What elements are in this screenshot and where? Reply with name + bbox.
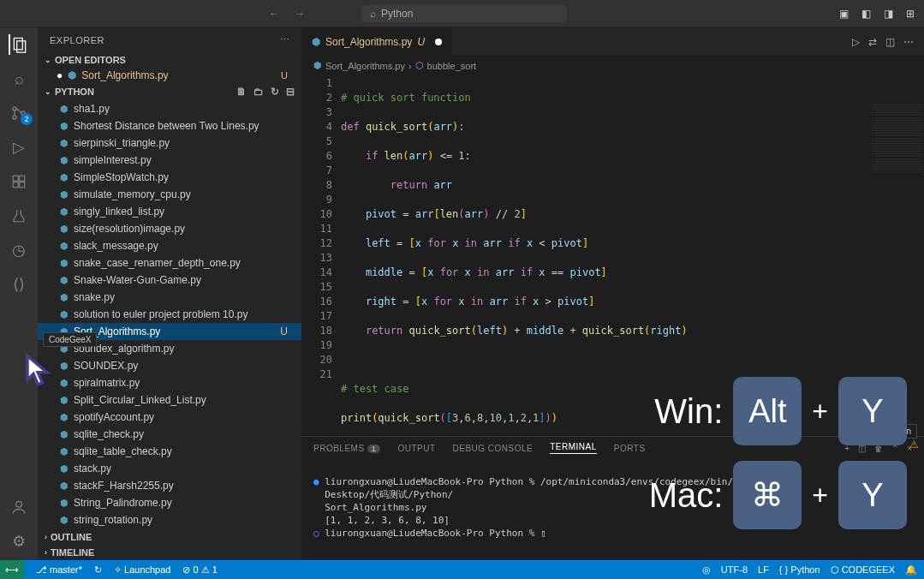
- layout-customize-icon[interactable]: ⊞: [903, 7, 917, 21]
- status-branch[interactable]: ⎇ master*: [36, 564, 82, 576]
- tab-debug-console[interactable]: DEBUG CONSOLE: [452, 444, 533, 453]
- remote-icon[interactable]: ◷: [9, 240, 29, 260]
- python-file-icon: ⬢: [60, 375, 69, 391]
- status-language[interactable]: { } Python: [779, 564, 820, 575]
- explorer-icon[interactable]: [9, 34, 29, 55]
- file-icon: ⬢: [313, 60, 322, 71]
- layout-panel-icon[interactable]: ▣: [837, 7, 850, 21]
- file-item[interactable]: ⬢sqlite_check.py: [38, 426, 301, 443]
- codegeex-icon[interactable]: ⟨⟩: [9, 274, 29, 295]
- refresh-icon[interactable]: ↻: [271, 86, 279, 98]
- breadcrumb[interactable]: ⬢ Sort_Algorithms.py › ⬡ bubble_sort: [301, 57, 924, 75]
- file-item[interactable]: ⬢solution to euler project problem 10.py: [38, 306, 301, 323]
- tab-bar: ⬢ Sort_Algorithms.py U ▷ ⇄ ◫ ⋯: [301, 27, 924, 57]
- debug-icon[interactable]: ▷: [9, 137, 29, 158]
- status-launchpad[interactable]: ✧ Launchpad: [114, 564, 171, 576]
- compare-icon[interactable]: ⇄: [868, 36, 877, 48]
- account-icon[interactable]: [9, 497, 29, 517]
- python-folder-header[interactable]: ⌄ PYTHON 🗎 🗀 ↻ ⊟: [38, 83, 301, 100]
- file-item[interactable]: ⬢simpleInterest.py: [38, 152, 301, 169]
- tab-output[interactable]: OUTPUT: [397, 444, 435, 453]
- more-icon[interactable]: ⋯: [903, 36, 914, 48]
- new-file-icon[interactable]: 🗎: [236, 86, 247, 98]
- outline-header[interactable]: › OUTLINE: [38, 529, 301, 545]
- file-item[interactable]: ⬢SOUNDEX.py: [38, 357, 301, 374]
- file-item[interactable]: ⬢Split_Circular_Linked_List.py: [38, 391, 301, 409]
- file-list[interactable]: ⬢sha1.py⬢Shortest Distance between Two L…: [38, 100, 301, 529]
- layout-secondary-icon[interactable]: ◨: [881, 7, 895, 21]
- file-item[interactable]: ⬢Snake-Water-Gun-Game.py: [38, 272, 301, 289]
- settings-icon[interactable]: ⚙: [9, 531, 29, 552]
- status-encoding[interactable]: UTF-8: [721, 564, 748, 575]
- svg-rect-5: [13, 176, 18, 181]
- file-item[interactable]: ⬢string_rotation.py: [38, 511, 301, 528]
- open-editors-header[interactable]: ⌄ OPEN EDITORS: [38, 52, 301, 68]
- chevron-down-icon: ⌄: [45, 56, 51, 64]
- file-item[interactable]: ⬢SimpleStopWatch.py: [38, 169, 301, 186]
- file-name: snake_case_renamer_depth_one.py: [74, 255, 241, 271]
- collapse-icon[interactable]: ⊟: [286, 86, 295, 98]
- status-notify-icon[interactable]: 🔔: [905, 564, 917, 576]
- file-name: Shortest Distance between Two Lines.py: [74, 118, 259, 134]
- chevron-down-icon: ⌄: [45, 87, 51, 96]
- timeline-header[interactable]: › TIMELINE: [38, 545, 301, 560]
- file-item[interactable]: ⬢stackF_Harsh2255.py: [38, 477, 301, 494]
- symbol-icon: ⬡: [415, 60, 424, 71]
- status-sync-icon[interactable]: ↻: [94, 564, 102, 576]
- overlay-mac-label: Mac:: [633, 476, 723, 515]
- open-editor-item[interactable]: ● ⬢ Sort_Algorithms.py U: [38, 68, 301, 83]
- minimap[interactable]: [871, 104, 922, 172]
- tab-filename: Sort_Algorithms.py: [325, 36, 412, 48]
- status-problems[interactable]: ⊘ 0 ⚠ 1: [182, 564, 217, 576]
- file-item[interactable]: ⬢snake.py: [38, 289, 301, 306]
- nav-forward-icon[interactable]: →: [289, 6, 310, 21]
- run-icon[interactable]: ▷: [852, 36, 860, 48]
- file-item[interactable]: ⬢Shortest Distance between Two Lines.py: [38, 117, 301, 134]
- remote-status-icon[interactable]: ⟷: [0, 560, 24, 579]
- sidebar-more-icon[interactable]: ⋯: [280, 34, 290, 45]
- file-item[interactable]: ⬢spotifyAccount.py: [38, 409, 301, 426]
- file-item[interactable]: ⬢slack_message.py: [38, 237, 301, 254]
- file-item[interactable]: ⬢sha1.py: [38, 100, 301, 117]
- tab-terminal[interactable]: TERMINAL: [550, 442, 597, 454]
- split-editor-icon[interactable]: ◫: [885, 36, 895, 48]
- file-item[interactable]: ⬢String_Palindrome.py: [38, 494, 301, 511]
- status-live-icon[interactable]: ◎: [702, 564, 711, 576]
- file-name: String_Palindrome.py: [74, 495, 172, 510]
- test-icon[interactable]: [9, 206, 29, 226]
- python-file-icon: ⬢: [60, 495, 69, 510]
- extensions-icon[interactable]: [9, 171, 29, 192]
- nav-back-icon[interactable]: ←: [264, 6, 284, 21]
- status-eol[interactable]: LF: [758, 564, 769, 575]
- file-item[interactable]: ⬢simulate_memory_cpu.py: [38, 186, 301, 203]
- python-file-icon: ⬢: [60, 187, 69, 202]
- cursor-pointer: [24, 353, 55, 389]
- key-y: Y: [838, 461, 907, 529]
- overlay-win-label: Win:: [633, 392, 723, 431]
- python-file-icon: ⬢: [60, 221, 69, 236]
- layout-sidebar-icon[interactable]: ◧: [859, 7, 873, 21]
- tab-sort-algorithms[interactable]: ⬢ Sort_Algorithms.py U: [301, 27, 453, 56]
- file-item[interactable]: ⬢snake_case_renamer_depth_one.py: [38, 254, 301, 272]
- open-editor-status: U: [281, 70, 295, 81]
- python-file-icon: ⬢: [60, 478, 69, 493]
- python-file-icon: ⬢: [60, 152, 69, 168]
- breadcrumb-file: Sort_Algorithms.py: [325, 61, 405, 71]
- new-folder-icon[interactable]: 🗀: [253, 86, 264, 98]
- file-item[interactable]: ⬢sierpinski_triangle.py: [38, 134, 301, 152]
- tab-problems[interactable]: PROBLEMS 1: [313, 444, 380, 453]
- file-item[interactable]: ⬢size(resolution)image.py: [38, 220, 301, 237]
- search-activity-icon[interactable]: ⌕: [9, 69, 29, 89]
- file-item[interactable]: ⬢stack.py: [38, 460, 301, 477]
- file-item[interactable]: ⬢spiralmatrix.py: [38, 374, 301, 391]
- python-file-icon: ⬢: [60, 392, 69, 408]
- file-name: sha1.py: [74, 101, 110, 116]
- status-codegeex[interactable]: ⬡ CODEGEEX: [831, 564, 895, 576]
- search-text: Python: [381, 8, 413, 20]
- line-gutter: 123456789101112131415161718192021: [301, 75, 341, 436]
- file-item[interactable]: ⬢sqlite_table_check.py: [38, 443, 301, 460]
- command-search[interactable]: ⌕ Python: [361, 5, 567, 22]
- file-item[interactable]: ⬢singly_linked_list.py: [38, 203, 301, 220]
- chevron-right-icon: ›: [45, 548, 47, 557]
- scm-badge: 2: [21, 113, 33, 125]
